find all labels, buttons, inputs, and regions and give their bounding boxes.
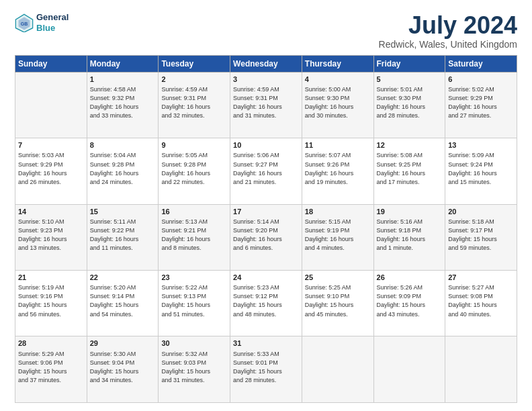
calendar-cell: 27Sunrise: 5:27 AMSunset: 9:08 PMDayligh… xyxy=(445,271,517,336)
calendar-cell xyxy=(445,336,517,403)
day-number: 7 xyxy=(18,140,84,150)
day-number: 23 xyxy=(161,273,227,283)
header-wednesday: Wednesday xyxy=(230,55,302,72)
day-number: 4 xyxy=(305,75,371,85)
calendar-cell: 8Sunrise: 5:04 AMSunset: 9:28 PMDaylight… xyxy=(87,138,159,204)
calendar-cell xyxy=(302,336,373,403)
day-info: Sunrise: 5:01 AMSunset: 9:30 PMDaylight:… xyxy=(377,85,443,120)
calendar-cell xyxy=(15,72,87,138)
week-row-1: 1Sunrise: 4:58 AMSunset: 9:32 PMDaylight… xyxy=(15,72,517,138)
day-info: Sunrise: 5:05 AMSunset: 9:28 PMDaylight:… xyxy=(161,151,227,186)
day-number: 30 xyxy=(161,338,227,349)
day-info: Sunrise: 5:26 AMSunset: 9:09 PMDaylight:… xyxy=(377,283,443,318)
header-tuesday: Tuesday xyxy=(159,55,230,72)
week-row-3: 14Sunrise: 5:10 AMSunset: 9:23 PMDayligh… xyxy=(15,204,517,270)
day-info: Sunrise: 5:23 AMSunset: 9:12 PMDaylight:… xyxy=(233,283,299,318)
day-info: Sunrise: 5:33 AMSunset: 9:01 PMDaylight:… xyxy=(233,350,299,385)
day-number: 10 xyxy=(233,140,299,150)
header: GB General Blue July 2024 Redwick, Wales… xyxy=(15,12,517,50)
day-number: 14 xyxy=(18,207,84,217)
calendar-cell: 29Sunrise: 5:30 AMSunset: 9:04 PMDayligh… xyxy=(87,336,159,403)
day-info: Sunrise: 5:32 AMSunset: 9:03 PMDaylight:… xyxy=(161,350,227,385)
day-number: 5 xyxy=(377,75,443,85)
day-number: 18 xyxy=(305,207,371,217)
day-number: 9 xyxy=(161,140,227,150)
calendar-cell: 24Sunrise: 5:23 AMSunset: 9:12 PMDayligh… xyxy=(230,271,302,336)
day-info: Sunrise: 5:15 AMSunset: 9:19 PMDaylight:… xyxy=(305,218,371,253)
day-number: 8 xyxy=(90,140,156,150)
header-friday: Friday xyxy=(373,55,445,72)
calendar-cell: 12Sunrise: 5:08 AMSunset: 9:25 PMDayligh… xyxy=(373,138,445,204)
header-saturday: Saturday xyxy=(445,55,517,72)
title-block: July 2024 Redwick, Wales, United Kingdom xyxy=(379,12,517,50)
day-number: 22 xyxy=(90,273,156,283)
header-sunday: Sunday xyxy=(15,55,87,72)
day-number: 13 xyxy=(448,140,514,150)
page: GB General Blue July 2024 Redwick, Wales… xyxy=(0,0,532,411)
calendar-cell: 1Sunrise: 4:58 AMSunset: 9:32 PMDaylight… xyxy=(87,72,159,138)
day-info: Sunrise: 5:20 AMSunset: 9:14 PMDaylight:… xyxy=(90,283,156,318)
day-info: Sunrise: 5:13 AMSunset: 9:21 PMDaylight:… xyxy=(161,218,227,253)
calendar-cell: 18Sunrise: 5:15 AMSunset: 9:19 PMDayligh… xyxy=(302,204,373,270)
logo-icon: GB xyxy=(15,13,34,32)
day-number: 16 xyxy=(161,207,227,217)
day-number: 21 xyxy=(18,273,84,283)
subtitle: Redwick, Wales, United Kingdom xyxy=(379,39,517,50)
week-row-2: 7Sunrise: 5:03 AMSunset: 9:29 PMDaylight… xyxy=(15,138,517,204)
svg-text:GB: GB xyxy=(21,21,28,26)
calendar-cell: 9Sunrise: 5:05 AMSunset: 9:28 PMDaylight… xyxy=(159,138,230,204)
day-number: 17 xyxy=(233,207,299,217)
main-title: July 2024 xyxy=(379,12,517,39)
calendar-cell: 10Sunrise: 5:06 AMSunset: 9:27 PMDayligh… xyxy=(230,138,302,204)
calendar-table: SundayMondayTuesdayWednesdayThursdayFrid… xyxy=(15,55,517,403)
day-info: Sunrise: 5:08 AMSunset: 9:25 PMDaylight:… xyxy=(377,151,443,186)
calendar-cell: 13Sunrise: 5:09 AMSunset: 9:24 PMDayligh… xyxy=(445,138,517,204)
calendar-cell: 28Sunrise: 5:29 AMSunset: 9:06 PMDayligh… xyxy=(15,336,87,403)
day-number: 28 xyxy=(18,338,84,349)
day-info: Sunrise: 5:00 AMSunset: 9:30 PMDaylight:… xyxy=(305,85,371,120)
calendar-cell: 3Sunrise: 4:59 AMSunset: 9:31 PMDaylight… xyxy=(230,72,302,138)
calendar-cell: 5Sunrise: 5:01 AMSunset: 9:30 PMDaylight… xyxy=(373,72,445,138)
calendar-cell: 4Sunrise: 5:00 AMSunset: 9:30 PMDaylight… xyxy=(302,72,373,138)
day-number: 12 xyxy=(377,140,443,150)
day-number: 24 xyxy=(233,273,299,283)
day-number: 6 xyxy=(448,75,514,85)
day-info: Sunrise: 5:11 AMSunset: 9:22 PMDaylight:… xyxy=(90,218,156,253)
week-row-4: 21Sunrise: 5:19 AMSunset: 9:16 PMDayligh… xyxy=(15,271,517,336)
day-info: Sunrise: 5:25 AMSunset: 9:10 PMDaylight:… xyxy=(305,283,371,318)
calendar-cell: 7Sunrise: 5:03 AMSunset: 9:29 PMDaylight… xyxy=(15,138,87,204)
day-number: 11 xyxy=(305,140,371,150)
calendar-cell: 21Sunrise: 5:19 AMSunset: 9:16 PMDayligh… xyxy=(15,271,87,336)
calendar-cell: 20Sunrise: 5:18 AMSunset: 9:17 PMDayligh… xyxy=(445,204,517,270)
calendar-cell: 22Sunrise: 5:20 AMSunset: 9:14 PMDayligh… xyxy=(87,271,159,336)
day-info: Sunrise: 5:09 AMSunset: 9:24 PMDaylight:… xyxy=(448,151,514,186)
calendar-cell: 31Sunrise: 5:33 AMSunset: 9:01 PMDayligh… xyxy=(230,336,302,403)
day-info: Sunrise: 5:27 AMSunset: 9:08 PMDaylight:… xyxy=(448,283,514,318)
calendar-cell: 2Sunrise: 4:59 AMSunset: 9:31 PMDaylight… xyxy=(159,72,230,138)
day-number: 31 xyxy=(233,338,299,349)
calendar-cell: 6Sunrise: 5:02 AMSunset: 9:29 PMDaylight… xyxy=(445,72,517,138)
day-number: 20 xyxy=(448,207,514,217)
day-number: 3 xyxy=(233,75,299,85)
calendar-cell: 11Sunrise: 5:07 AMSunset: 9:26 PMDayligh… xyxy=(302,138,373,204)
day-number: 25 xyxy=(305,273,371,283)
calendar-cell: 19Sunrise: 5:16 AMSunset: 9:18 PMDayligh… xyxy=(373,204,445,270)
calendar-cell: 17Sunrise: 5:14 AMSunset: 9:20 PMDayligh… xyxy=(230,204,302,270)
calendar-cell xyxy=(373,336,445,403)
day-info: Sunrise: 5:07 AMSunset: 9:26 PMDaylight:… xyxy=(305,151,371,186)
day-info: Sunrise: 5:18 AMSunset: 9:17 PMDaylight:… xyxy=(448,218,514,253)
calendar-cell: 25Sunrise: 5:25 AMSunset: 9:10 PMDayligh… xyxy=(302,271,373,336)
calendar-cell: 26Sunrise: 5:26 AMSunset: 9:09 PMDayligh… xyxy=(373,271,445,336)
day-info: Sunrise: 4:59 AMSunset: 9:31 PMDaylight:… xyxy=(233,85,299,120)
day-info: Sunrise: 5:19 AMSunset: 9:16 PMDaylight:… xyxy=(18,283,84,318)
day-number: 15 xyxy=(90,207,156,217)
day-number: 1 xyxy=(90,75,156,85)
day-info: Sunrise: 5:02 AMSunset: 9:29 PMDaylight:… xyxy=(448,85,514,120)
day-info: Sunrise: 5:04 AMSunset: 9:28 PMDaylight:… xyxy=(90,151,156,186)
day-number: 29 xyxy=(90,338,156,349)
calendar-cell: 14Sunrise: 5:10 AMSunset: 9:23 PMDayligh… xyxy=(15,204,87,270)
day-info: Sunrise: 5:29 AMSunset: 9:06 PMDaylight:… xyxy=(18,350,84,385)
logo-text: General Blue xyxy=(36,12,69,33)
header-monday: Monday xyxy=(87,55,159,72)
calendar-cell: 15Sunrise: 5:11 AMSunset: 9:22 PMDayligh… xyxy=(87,204,159,270)
